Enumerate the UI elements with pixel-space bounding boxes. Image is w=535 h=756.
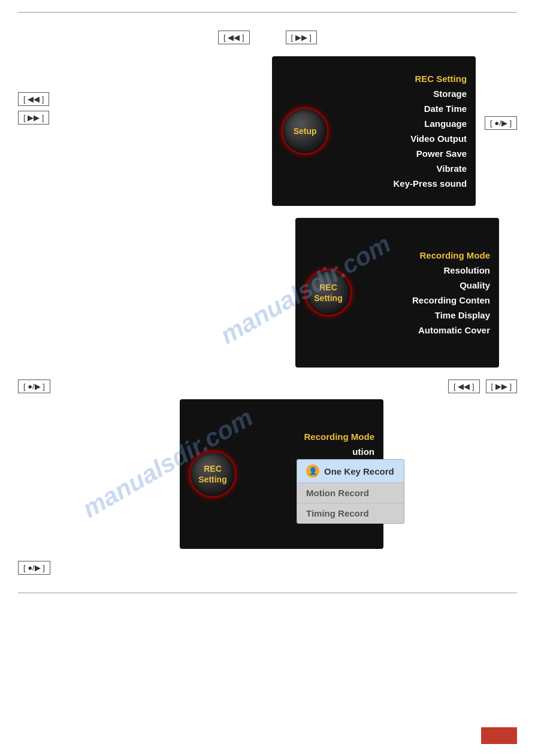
dropdown-item-timing-record[interactable]: Timing Record [297, 503, 404, 523]
panel1-prev-btn[interactable]: [ ◀◀ ] [18, 92, 49, 106]
menu-item-language[interactable]: Language [335, 116, 467, 131]
rec-setting-menu-panel: RECSetting Recording Mode Resolution Qua… [295, 218, 499, 368]
menu-item-vibrate[interactable]: Vibrate [335, 161, 467, 176]
menu-item-time-display[interactable]: Time Display [358, 308, 490, 323]
bottom-right-box [481, 727, 517, 744]
recording-mode-dropdown[interactable]: 👤 One Key Record Motion Record Timing Re… [297, 459, 404, 524]
dropdown-item-motion-record[interactable]: Motion Record [297, 483, 404, 503]
rec-setting-icon-label: RECSetting [314, 282, 342, 303]
menu-item-recording-mode[interactable]: Recording Mode [358, 248, 490, 263]
menu-item-recording-content[interactable]: Recording Conten [358, 293, 490, 308]
menu-item-quality[interactable]: Quality [358, 278, 490, 293]
menu-item-video-output[interactable]: Video Output [335, 131, 467, 146]
rec-setting-dropdown-panel: RECSetting Recording Mode ution uality o… [180, 399, 383, 549]
menu-item-datetime[interactable]: Date Time [335, 101, 467, 116]
top-next-btn[interactable]: [ ▶▶ ] [286, 31, 317, 44]
setup-menu-panel: Setup REC Setting Storage Date Time Lang… [272, 56, 476, 206]
rec-setting-menu-items-3: Recording Mode ution uality onten splay … [237, 429, 383, 519]
menu-item-rec-setting[interactable]: REC Setting [335, 71, 467, 86]
setup-icon-label: Setup [294, 126, 317, 136]
setup-icon: Setup [281, 107, 329, 155]
menu-item-automatic-cover[interactable]: Automatic Cover [358, 323, 490, 338]
rec-setting-icon-label-3: RECSetting [198, 463, 226, 485]
row3-next-btn[interactable]: [ ▶▶ ] [486, 379, 517, 393]
setup-menu-items: REC Setting Storage Date Time Language V… [329, 71, 476, 191]
menu-item-power-save[interactable]: Power Save [335, 146, 467, 161]
top-divider [18, 12, 517, 13]
row3-prev-btn[interactable]: [ ◀◀ ] [448, 379, 479, 393]
person-icon: 👤 [306, 464, 319, 478]
row4-play-btn[interactable]: [ ●/▶ ] [18, 561, 50, 575]
rec-setting-icon: RECSetting [304, 269, 352, 317]
bottom-divider [18, 593, 517, 593]
menu-item-storage[interactable]: Storage [335, 86, 467, 101]
panel1-next-btn[interactable]: [ ▶▶ ] [18, 111, 49, 125]
menu-item-recording-mode-3[interactable]: Recording Mode [243, 429, 374, 444]
rec-setting-menu-items: Recording Mode Resolution Quality Record… [352, 248, 499, 338]
rec-setting-icon-3: RECSetting [189, 450, 237, 498]
dropdown-item-one-key-record[interactable]: 👤 One Key Record [297, 460, 404, 483]
panel1-play-btn[interactable]: [ ●/▶ ] [485, 116, 517, 130]
menu-item-bg-ution: ution [243, 444, 374, 459]
menu-item-resolution[interactable]: Resolution [358, 263, 490, 278]
top-prev-btn[interactable]: [ ◀◀ ] [218, 31, 249, 44]
row3-play-btn[interactable]: [ ●/▶ ] [18, 379, 50, 393]
menu-item-keypress-sound[interactable]: Key-Press sound [335, 176, 467, 191]
